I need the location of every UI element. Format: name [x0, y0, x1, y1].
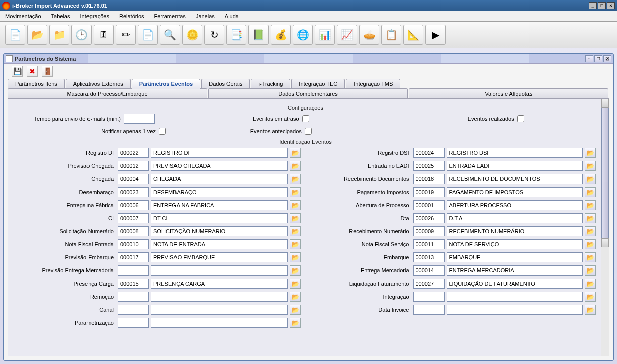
toolbar-btn-13[interactable]: 🌐: [293, 25, 313, 45]
toolbar-btn-15[interactable]: 📈: [337, 25, 357, 45]
event-code-input[interactable]: [118, 279, 149, 289]
toolbar-btn-6[interactable]: 📄: [138, 25, 158, 45]
tab-aplicativos-externos[interactable]: Aplicativos Externos: [66, 79, 131, 89]
folder-icon[interactable]: 📂: [585, 239, 596, 249]
event-desc-input[interactable]: [151, 305, 288, 315]
minimize-button[interactable]: _: [589, 2, 597, 9]
event-code-input[interactable]: [118, 305, 149, 315]
event-code-input[interactable]: [118, 187, 149, 197]
tempo-input[interactable]: [124, 114, 155, 124]
scrollbar-thumb[interactable]: [601, 108, 609, 238]
menu-relatórios[interactable]: Relatórios: [117, 12, 146, 20]
realizados-checkbox[interactable]: [517, 115, 524, 122]
folder-icon[interactable]: 📂: [290, 265, 301, 276]
folder-icon[interactable]: 📂: [290, 252, 301, 262]
menu-movimentação[interactable]: Movimentação: [3, 12, 43, 20]
close-internal-button[interactable]: ⊠: [603, 55, 611, 62]
folder-icon[interactable]: 📂: [290, 148, 301, 158]
toolbar-btn-19[interactable]: ▶: [425, 25, 446, 45]
event-code-input[interactable]: [413, 148, 445, 158]
folder-icon[interactable]: 📂: [290, 213, 301, 223]
event-desc-input[interactable]: [447, 239, 583, 249]
event-code-input[interactable]: [118, 252, 149, 262]
event-desc-input[interactable]: [447, 200, 583, 210]
event-desc-input[interactable]: [151, 239, 288, 249]
event-desc-input[interactable]: [151, 148, 288, 158]
toolbar-btn-10[interactable]: 📑: [226, 25, 246, 45]
event-desc-input[interactable]: [151, 187, 288, 197]
toolbar-btn-18[interactable]: 📐: [403, 25, 423, 45]
folder-icon[interactable]: 📂: [585, 200, 596, 210]
antecipados-checkbox[interactable]: [305, 128, 312, 135]
event-desc-input[interactable]: [447, 226, 583, 236]
tab-parâmetros-eventos[interactable]: Parâmetros Eventos: [132, 79, 200, 89]
save-button[interactable]: 💾: [12, 66, 23, 77]
menu-ajuda[interactable]: Ajuda: [223, 12, 241, 20]
folder-icon[interactable]: 📂: [585, 305, 596, 315]
toolbar-btn-2[interactable]: 📁: [49, 25, 69, 45]
menu-tabelas[interactable]: Tabelas: [49, 12, 72, 20]
folder-icon[interactable]: 📂: [290, 161, 301, 171]
toolbar-btn-3[interactable]: 🕒: [71, 25, 92, 45]
toolbar-btn-0[interactable]: 📄: [5, 25, 25, 45]
vertical-scrollbar[interactable]: [601, 99, 609, 356]
toolbar-btn-12[interactable]: 💰: [271, 25, 291, 45]
event-desc-input[interactable]: [151, 161, 288, 171]
folder-icon[interactable]: 📂: [585, 213, 596, 223]
event-desc-input[interactable]: [447, 252, 583, 262]
event-code-input[interactable]: [118, 174, 149, 184]
event-desc-input[interactable]: [151, 252, 288, 262]
subtab-valores-e-alíquotas[interactable]: Valores e Alíquotas: [409, 88, 608, 98]
notificar-checkbox[interactable]: [159, 128, 166, 135]
event-desc-input[interactable]: [447, 213, 583, 223]
event-desc-input[interactable]: [151, 213, 288, 223]
event-code-input[interactable]: [413, 279, 445, 289]
event-code-input[interactable]: [413, 174, 445, 184]
event-code-input[interactable]: [413, 161, 445, 171]
event-desc-input[interactable]: [447, 174, 583, 184]
folder-icon[interactable]: 📂: [585, 252, 596, 262]
toolbar-btn-17[interactable]: 📋: [381, 25, 401, 45]
folder-icon[interactable]: 📂: [290, 279, 301, 289]
atraso-checkbox[interactable]: [302, 115, 309, 122]
folder-icon[interactable]: 📂: [290, 305, 301, 315]
menu-integrações[interactable]: Integrações: [78, 12, 111, 20]
event-desc-input[interactable]: [447, 292, 583, 302]
tab-integração-tms[interactable]: Integração TMS: [346, 79, 400, 89]
toolbar-btn-11[interactable]: 📗: [248, 25, 269, 45]
folder-icon[interactable]: 📂: [585, 226, 596, 236]
toolbar-btn-4[interactable]: 🗓: [94, 25, 114, 45]
subtab-máscara-do-processo/embarque[interactable]: Máscara do Processo/Embarque: [8, 88, 207, 98]
folder-icon[interactable]: 📂: [290, 226, 301, 236]
event-code-input[interactable]: [413, 226, 445, 236]
folder-icon[interactable]: 📂: [585, 187, 596, 197]
folder-icon[interactable]: 📂: [290, 187, 301, 197]
folder-icon[interactable]: 📂: [585, 161, 596, 171]
event-code-input[interactable]: [118, 161, 149, 171]
event-desc-input[interactable]: [447, 148, 583, 158]
event-code-input[interactable]: [413, 200, 445, 210]
tab-dados-gerais[interactable]: Dados Gerais: [201, 79, 250, 89]
event-code-input[interactable]: [118, 318, 149, 328]
event-desc-input[interactable]: [151, 318, 288, 328]
exit-button[interactable]: 🚪: [42, 66, 53, 77]
event-desc-input[interactable]: [151, 226, 288, 236]
menu-ferramentas[interactable]: Ferramentas: [152, 12, 188, 20]
event-desc-input[interactable]: [151, 200, 288, 210]
event-desc-input[interactable]: [151, 265, 288, 276]
menu-janelas[interactable]: Janelas: [194, 12, 217, 20]
event-desc-input[interactable]: [447, 187, 583, 197]
delete-button[interactable]: ✖: [27, 66, 38, 77]
toolbar-btn-14[interactable]: 📊: [315, 25, 335, 45]
event-desc-input[interactable]: [447, 279, 583, 289]
folder-icon[interactable]: 📂: [290, 174, 301, 184]
folder-icon[interactable]: 📂: [290, 318, 301, 328]
event-desc-input[interactable]: [447, 305, 583, 315]
event-code-input[interactable]: [118, 265, 149, 276]
folder-icon[interactable]: 📂: [290, 200, 301, 210]
event-desc-input[interactable]: [447, 265, 583, 276]
tab-i-tracking[interactable]: i-Tracking: [251, 79, 290, 89]
folder-icon[interactable]: 📂: [585, 292, 596, 302]
maximize-internal-button[interactable]: □: [594, 55, 602, 62]
toolbar-btn-1[interactable]: 📂: [27, 25, 47, 45]
